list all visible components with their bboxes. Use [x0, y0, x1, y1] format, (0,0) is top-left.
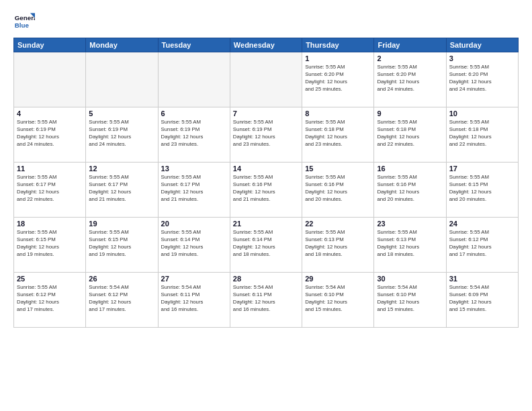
- calendar: SundayMondayTuesdayWednesdayThursdayFrid…: [13, 38, 519, 328]
- day-number: 14: [233, 165, 299, 173]
- day-number: 15: [305, 165, 371, 173]
- calendar-header-saturday: Saturday: [446, 38, 518, 52]
- day-info: Sunrise: 5:55 AM Sunset: 6:15 PM Dayligh…: [89, 229, 154, 259]
- day-number: 1: [305, 54, 371, 62]
- day-info: Sunrise: 5:54 AM Sunset: 6:12 PM Dayligh…: [89, 284, 154, 314]
- calendar-cell: [158, 52, 230, 107]
- calendar-cell: 14Sunrise: 5:55 AM Sunset: 6:16 PM Dayli…: [230, 163, 302, 218]
- day-number: 7: [233, 109, 299, 118]
- day-info: Sunrise: 5:54 AM Sunset: 6:11 PM Dayligh…: [161, 284, 227, 314]
- day-info: Sunrise: 5:54 AM Sunset: 6:10 PM Dayligh…: [377, 284, 443, 314]
- logo-icon: General Blue: [13, 11, 35, 32]
- day-number: 24: [449, 220, 515, 228]
- calendar-cell: 28Sunrise: 5:54 AM Sunset: 6:11 PM Dayli…: [230, 273, 302, 328]
- calendar-cell: [86, 52, 158, 107]
- calendar-header-thursday: Thursday: [302, 38, 374, 52]
- day-info: Sunrise: 5:55 AM Sunset: 6:15 PM Dayligh…: [449, 174, 515, 203]
- day-info: Sunrise: 5:55 AM Sunset: 6:16 PM Dayligh…: [305, 174, 371, 203]
- calendar-week-3: 11Sunrise: 5:55 AM Sunset: 6:17 PM Dayli…: [14, 163, 519, 218]
- day-info: Sunrise: 5:55 AM Sunset: 6:14 PM Dayligh…: [233, 229, 299, 259]
- calendar-cell: 17Sunrise: 5:55 AM Sunset: 6:15 PM Dayli…: [446, 163, 518, 218]
- calendar-cell: 20Sunrise: 5:55 AM Sunset: 6:14 PM Dayli…: [158, 218, 230, 273]
- calendar-cell: 7Sunrise: 5:55 AM Sunset: 6:19 PM Daylig…: [230, 107, 302, 163]
- day-number: 13: [161, 165, 227, 173]
- day-number: 17: [449, 165, 515, 173]
- calendar-header-wednesday: Wednesday: [230, 38, 302, 52]
- calendar-cell: 4Sunrise: 5:55 AM Sunset: 6:19 PM Daylig…: [14, 107, 86, 163]
- calendar-header-friday: Friday: [374, 38, 446, 52]
- day-info: Sunrise: 5:55 AM Sunset: 6:19 PM Dayligh…: [161, 119, 227, 148]
- day-info: Sunrise: 5:55 AM Sunset: 6:17 PM Dayligh…: [161, 174, 227, 203]
- day-info: Sunrise: 5:54 AM Sunset: 6:11 PM Dayligh…: [233, 284, 299, 314]
- logo: General Blue: [13, 11, 35, 32]
- day-info: Sunrise: 5:55 AM Sunset: 6:17 PM Dayligh…: [89, 174, 154, 203]
- calendar-header-tuesday: Tuesday: [158, 38, 230, 52]
- svg-text:General: General: [15, 14, 35, 21]
- calendar-cell: 19Sunrise: 5:55 AM Sunset: 6:15 PM Dayli…: [86, 218, 158, 273]
- day-number: 28: [233, 275, 299, 283]
- calendar-header-monday: Monday: [86, 38, 158, 52]
- day-number: 11: [17, 165, 83, 173]
- calendar-cell: 24Sunrise: 5:55 AM Sunset: 6:12 PM Dayli…: [446, 218, 518, 273]
- calendar-header-sunday: Sunday: [14, 38, 86, 52]
- day-info: Sunrise: 5:55 AM Sunset: 6:13 PM Dayligh…: [305, 229, 371, 259]
- day-number: 20: [161, 220, 227, 228]
- day-number: 2: [377, 54, 443, 62]
- calendar-cell: 3Sunrise: 5:55 AM Sunset: 6:20 PM Daylig…: [446, 52, 518, 107]
- calendar-cell: 23Sunrise: 5:55 AM Sunset: 6:13 PM Dayli…: [374, 218, 446, 273]
- day-info: Sunrise: 5:55 AM Sunset: 6:19 PM Dayligh…: [17, 119, 83, 148]
- day-number: 3: [449, 54, 515, 62]
- day-info: Sunrise: 5:55 AM Sunset: 6:12 PM Dayligh…: [17, 284, 83, 314]
- day-info: Sunrise: 5:55 AM Sunset: 6:18 PM Dayligh…: [449, 119, 515, 148]
- calendar-cell: 29Sunrise: 5:54 AM Sunset: 6:10 PM Dayli…: [302, 273, 374, 328]
- calendar-week-5: 25Sunrise: 5:55 AM Sunset: 6:12 PM Dayli…: [14, 273, 519, 328]
- calendar-cell: 31Sunrise: 5:54 AM Sunset: 6:09 PM Dayli…: [446, 273, 518, 328]
- header: General Blue: [13, 11, 519, 32]
- calendar-cell: 11Sunrise: 5:55 AM Sunset: 6:17 PM Dayli…: [14, 163, 86, 218]
- calendar-cell: 13Sunrise: 5:55 AM Sunset: 6:17 PM Dayli…: [158, 163, 230, 218]
- calendar-cell: 12Sunrise: 5:55 AM Sunset: 6:17 PM Dayli…: [86, 163, 158, 218]
- calendar-cell: 1Sunrise: 5:55 AM Sunset: 6:20 PM Daylig…: [302, 52, 374, 107]
- calendar-week-2: 4Sunrise: 5:55 AM Sunset: 6:19 PM Daylig…: [14, 107, 519, 163]
- calendar-cell: 27Sunrise: 5:54 AM Sunset: 6:11 PM Dayli…: [158, 273, 230, 328]
- calendar-cell: 25Sunrise: 5:55 AM Sunset: 6:12 PM Dayli…: [14, 273, 86, 328]
- day-number: 10: [449, 109, 515, 118]
- day-info: Sunrise: 5:54 AM Sunset: 6:09 PM Dayligh…: [449, 284, 515, 314]
- calendar-cell: 16Sunrise: 5:55 AM Sunset: 6:16 PM Dayli…: [374, 163, 446, 218]
- day-info: Sunrise: 5:55 AM Sunset: 6:16 PM Dayligh…: [233, 174, 299, 203]
- day-info: Sunrise: 5:55 AM Sunset: 6:17 PM Dayligh…: [17, 174, 83, 203]
- calendar-cell: 10Sunrise: 5:55 AM Sunset: 6:18 PM Dayli…: [446, 107, 518, 163]
- day-number: 8: [305, 109, 371, 118]
- calendar-cell: 30Sunrise: 5:54 AM Sunset: 6:10 PM Dayli…: [374, 273, 446, 328]
- day-number: 16: [377, 165, 443, 173]
- calendar-cell: 6Sunrise: 5:55 AM Sunset: 6:19 PM Daylig…: [158, 107, 230, 163]
- calendar-cell: 8Sunrise: 5:55 AM Sunset: 6:18 PM Daylig…: [302, 107, 374, 163]
- day-number: 27: [161, 275, 227, 283]
- day-info: Sunrise: 5:54 AM Sunset: 6:10 PM Dayligh…: [305, 284, 371, 314]
- day-info: Sunrise: 5:55 AM Sunset: 6:18 PM Dayligh…: [377, 119, 443, 148]
- calendar-cell: 15Sunrise: 5:55 AM Sunset: 6:16 PM Dayli…: [302, 163, 374, 218]
- calendar-cell: 18Sunrise: 5:55 AM Sunset: 6:15 PM Dayli…: [14, 218, 86, 273]
- calendar-cell: 2Sunrise: 5:55 AM Sunset: 6:20 PM Daylig…: [374, 52, 446, 107]
- calendar-cell: [230, 52, 302, 107]
- svg-text:Blue: Blue: [15, 21, 30, 29]
- day-info: Sunrise: 5:55 AM Sunset: 6:20 PM Dayligh…: [305, 64, 371, 93]
- day-number: 19: [89, 220, 154, 228]
- calendar-cell: 21Sunrise: 5:55 AM Sunset: 6:14 PM Dayli…: [230, 218, 302, 273]
- day-info: Sunrise: 5:55 AM Sunset: 6:16 PM Dayligh…: [377, 174, 443, 203]
- calendar-header-row: SundayMondayTuesdayWednesdayThursdayFrid…: [14, 38, 519, 52]
- day-info: Sunrise: 5:55 AM Sunset: 6:18 PM Dayligh…: [305, 119, 371, 148]
- day-number: 6: [161, 109, 227, 118]
- calendar-cell: 9Sunrise: 5:55 AM Sunset: 6:18 PM Daylig…: [374, 107, 446, 163]
- page: General Blue SundayMondayTuesdayWednesda…: [0, 0, 532, 411]
- day-info: Sunrise: 5:55 AM Sunset: 6:19 PM Dayligh…: [89, 119, 154, 148]
- day-info: Sunrise: 5:55 AM Sunset: 6:15 PM Dayligh…: [17, 229, 83, 259]
- calendar-cell: 5Sunrise: 5:55 AM Sunset: 6:19 PM Daylig…: [86, 107, 158, 163]
- day-number: 5: [89, 109, 154, 118]
- day-info: Sunrise: 5:55 AM Sunset: 6:13 PM Dayligh…: [377, 229, 443, 259]
- calendar-cell: [14, 52, 86, 107]
- day-number: 31: [449, 275, 515, 283]
- day-number: 12: [89, 165, 154, 173]
- day-info: Sunrise: 5:55 AM Sunset: 6:14 PM Dayligh…: [161, 229, 227, 259]
- day-info: Sunrise: 5:55 AM Sunset: 6:12 PM Dayligh…: [449, 229, 515, 259]
